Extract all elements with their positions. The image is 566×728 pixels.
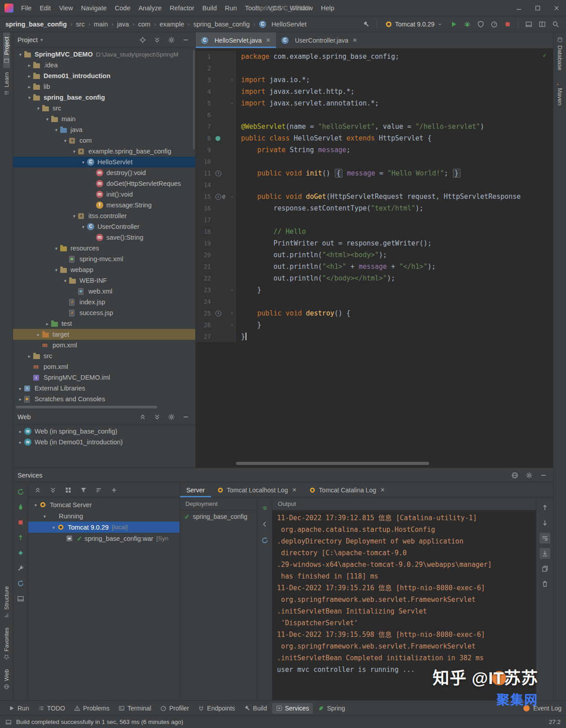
services-tree-item[interactable]: ▾Tomcat 9.0.29 [local] <box>28 522 180 533</box>
breadcrumb-item[interactable]: CHelloServlet <box>259 20 307 28</box>
close-tab-icon[interactable]: ✕ <box>292 487 297 493</box>
editor-gutter[interactable]: 18 <box>196 226 236 237</box>
project-tree-item[interactable]: ▾src <box>13 103 195 114</box>
project-tree-item[interactable]: ▾com <box>13 135 195 146</box>
project-tree-item[interactable]: ▾example.spring_base_config <box>13 146 195 157</box>
stripe-button-learn[interactable]: Learn <box>3 68 10 100</box>
copy-button[interactable] <box>540 563 550 574</box>
chevron-right-icon[interactable]: ▸ <box>17 439 24 445</box>
code-line[interactable]: 26▾ } <box>196 319 553 331</box>
chevron-right-icon[interactable]: ▸ <box>26 353 33 359</box>
project-tree-item[interactable]: mpom.xml <box>13 361 195 372</box>
chevron-down-icon[interactable]: ▾ <box>17 52 24 57</box>
collapse-button[interactable] <box>48 485 58 495</box>
project-vertical-scrollbar[interactable] <box>193 50 195 149</box>
close-tab-icon[interactable]: ✕ <box>352 37 357 44</box>
chevron-down-icon[interactable]: ▾ <box>79 159 87 165</box>
code-line[interactable]: 3▾import java.io.*; <box>196 74 553 86</box>
editor-gutter[interactable]: 19 <box>196 237 236 249</box>
code-line[interactable]: 9 private String message; <box>196 144 553 156</box>
project-tree-item[interactable]: ▾java <box>13 124 195 135</box>
project-tree-item[interactable]: ▸test <box>13 318 195 329</box>
breadcrumb-item[interactable]: src <box>76 21 84 28</box>
project-tree-item[interactable]: minit():void <box>13 189 195 200</box>
locate-button[interactable] <box>138 35 148 45</box>
fold-marker-icon[interactable]: ▾ <box>229 97 236 109</box>
expand-button[interactable] <box>138 412 148 422</box>
project-tree-item[interactable]: Jsuccess.jsp <box>13 307 195 318</box>
maximize-button[interactable] <box>533 3 543 13</box>
collapse-button[interactable] <box>152 412 162 422</box>
stripe-button-structure[interactable]: Structure <box>3 582 10 623</box>
chevron-down-icon[interactable]: ▾ <box>61 278 69 283</box>
chevron-down-icon[interactable]: ▾ <box>26 95 33 100</box>
tool-window-button-spring[interactable]: Spring <box>314 703 349 714</box>
servlet-marker-icon[interactable] <box>215 136 220 141</box>
chevron-down-icon[interactable]: ▾ <box>53 267 60 272</box>
chevron-down-icon[interactable]: ▾ <box>79 224 87 229</box>
search-button[interactable] <box>551 19 561 29</box>
inspections-ok-icon[interactable]: ✓ <box>543 51 547 59</box>
web-tree-item[interactable]: ▸wWeb (in Demo01_introduction) <box>13 437 195 447</box>
project-tree-item[interactable]: ▾main <box>13 114 195 124</box>
tool-window-button-todo[interactable]: TODO <box>34 703 69 714</box>
code-line[interactable]: 14 <box>196 179 553 191</box>
minimize-button[interactable] <box>514 3 524 13</box>
project-tree-item[interactable]: ▾webapp <box>13 264 195 275</box>
code-line[interactable]: 25↑▾ public void destroy() { <box>196 307 553 319</box>
chevron-down-icon[interactable]: ▾ <box>40 37 43 42</box>
fold-marker-icon[interactable]: ▾ <box>229 74 236 86</box>
trash-button[interactable] <box>540 579 550 589</box>
project-tree-item[interactable]: msave():String <box>13 232 195 243</box>
project-tree-item[interactable]: ▾spring_base_config <box>13 92 195 103</box>
project-tree-item[interactable]: ▾resources <box>13 243 195 254</box>
syncGreen-button[interactable] <box>260 503 270 513</box>
code-line[interactable]: 10 <box>196 156 553 167</box>
expand-button[interactable] <box>33 485 43 495</box>
shield-button[interactable] <box>476 19 486 29</box>
chevron-down-icon[interactable]: ▾ <box>32 502 39 508</box>
chevron-down-icon[interactable]: ▾ <box>70 213 78 219</box>
grid2-button[interactable] <box>537 19 547 29</box>
project-tree-item[interactable]: spring-mvc.xml <box>13 254 195 264</box>
editor-gutter[interactable]: 2 <box>196 62 236 74</box>
code-line[interactable]: 22 out.println("</body></html>"); <box>196 272 553 284</box>
gear-button[interactable] <box>524 470 534 480</box>
code-line[interactable]: 11↑ public void init() { message = "Hell… <box>196 167 553 179</box>
editor-gutter[interactable]: 10 <box>196 156 236 167</box>
minus-button[interactable] <box>181 35 191 45</box>
chevron-right-icon[interactable]: ▸ <box>17 386 24 391</box>
menu-navigate[interactable]: Navigate <box>77 0 111 16</box>
arrowDown-button[interactable] <box>540 517 550 528</box>
minus-button[interactable] <box>181 412 191 422</box>
gauge-button[interactable] <box>489 19 499 29</box>
project-horizontal-scrollbar[interactable] <box>13 405 195 409</box>
play-button[interactable] <box>449 19 459 29</box>
editor-horizontal-scrollbar[interactable] <box>236 462 429 465</box>
funnel-button[interactable] <box>79 485 88 495</box>
editor-gutter[interactable]: 9 <box>196 144 236 156</box>
project-tree-item[interactable]: ▸Demo01_introduction <box>13 70 195 81</box>
project-tree-item[interactable]: mdestroy():void <box>13 167 195 178</box>
services-tab[interactable]: Server <box>180 482 211 497</box>
bugGreen-button[interactable] <box>16 502 26 512</box>
code-line[interactable]: 7@WebServlet(name = "helloServlet", valu… <box>196 121 553 132</box>
chevron-right-icon[interactable]: ▸ <box>17 396 24 402</box>
editor-gutter[interactable]: 17 <box>196 214 236 226</box>
bug-button[interactable] <box>462 19 472 29</box>
sort-button[interactable] <box>94 485 104 495</box>
chevron-down-icon[interactable]: ▾ <box>53 127 60 132</box>
editor-gutter[interactable]: 21 <box>196 261 236 272</box>
code-line[interactable]: 16 response.setContentType("text/html"); <box>196 202 553 214</box>
hammer-button[interactable] <box>361 19 371 29</box>
chevron-down-icon[interactable]: ▾ <box>53 246 60 251</box>
fold-marker-icon[interactable]: ▾ <box>229 191 236 202</box>
close-button[interactable] <box>552 3 562 13</box>
gear-button[interactable] <box>167 35 176 45</box>
editor-gutter[interactable]: 20 <box>196 249 236 261</box>
override-marker-icon[interactable]: ↑ <box>215 311 221 316</box>
breadcrumb-item[interactable]: java <box>117 21 129 28</box>
code-line[interactable]: 1package com.example.spring_base_config; <box>196 51 553 62</box>
minus-button[interactable] <box>539 470 548 480</box>
project-tree-item[interactable]: mpom.xml <box>13 340 195 351</box>
